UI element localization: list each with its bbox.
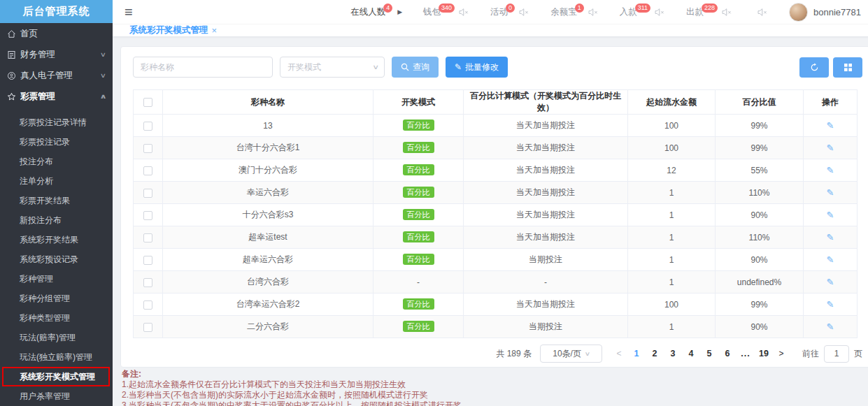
page-number-button[interactable]: 3 bbox=[664, 349, 682, 358]
start-amount-cell: 1 bbox=[628, 316, 716, 338]
mute-speaker-icon[interactable] bbox=[588, 8, 599, 17]
user-menu[interactable]: bonnie7781 bbox=[789, 3, 861, 22]
row-checkbox[interactable] bbox=[143, 300, 152, 310]
sidebar-item[interactable]: 系统彩预设记录 bbox=[0, 249, 113, 269]
edit-icon[interactable]: ✎ bbox=[827, 299, 834, 310]
mute-speaker-icon[interactable] bbox=[722, 8, 732, 17]
batch-edit-button[interactable]: ✎ 批量修改 bbox=[446, 57, 508, 78]
page-number-button[interactable]: 6 bbox=[718, 349, 737, 358]
mute-speaker-icon[interactable] bbox=[757, 8, 768, 17]
edit-icon[interactable]: ✎ bbox=[827, 120, 834, 131]
page-number-button[interactable]: 2 bbox=[646, 349, 664, 358]
draw-mode-select[interactable]: 开奖模式 ∨ bbox=[280, 57, 385, 78]
edit-icon[interactable]: ✎ bbox=[827, 210, 834, 220]
col-percent-value: 百分比值 bbox=[716, 90, 804, 115]
row-checkbox[interactable] bbox=[143, 144, 152, 153]
mode-badge: 百分比 bbox=[403, 321, 434, 332]
percent-cell: 99% bbox=[716, 137, 804, 159]
table-row: 幸运六合彩 百分比 当天加当期投注 1 110% ✎ bbox=[134, 182, 858, 204]
sidebar-item[interactable]: 彩票开奖结果 bbox=[0, 191, 113, 210]
menu-toggle-icon[interactable]: ≡ bbox=[124, 5, 133, 19]
sidebar-item-live-casino[interactable]: 真人电子管理 ∨ bbox=[0, 65, 113, 86]
calc-mode-cell: 当天加当期投注 bbox=[464, 182, 628, 204]
play-icon[interactable]: ▶ bbox=[397, 8, 402, 15]
sidebar-item-home[interactable]: 首页 bbox=[0, 23, 113, 44]
refresh-button[interactable] bbox=[799, 57, 829, 78]
sidebar-item[interactable]: 玩法(赔率)管理 bbox=[0, 328, 113, 347]
row-checkbox[interactable] bbox=[143, 233, 152, 242]
table-row: 超幸运六合彩 百分比 当期投注 1 90% ✎ bbox=[134, 249, 858, 271]
lottery-name-cell: 澳门十分六合彩 bbox=[163, 159, 373, 182]
row-checkbox[interactable] bbox=[143, 323, 152, 332]
mode-badge: 百分比 bbox=[403, 119, 434, 131]
edit-icon[interactable]: ✎ bbox=[827, 143, 834, 153]
chevron-down-icon: ∨ bbox=[100, 51, 106, 58]
lottery-name-cell: 幸运六合彩 bbox=[163, 182, 373, 204]
table-header-row: 彩种名称 开奖模式 百分比计算模式（开奖模式为百分比时生效） 起始流水金额 百分… bbox=[134, 90, 858, 115]
user-avatar[interactable] bbox=[789, 3, 808, 22]
edit-icon[interactable]: ✎ bbox=[827, 232, 834, 242]
sidebar-item[interactable]: 彩种管理 bbox=[0, 269, 113, 289]
chevron-up-icon: ∧ bbox=[99, 93, 106, 100]
sidebar-item-lottery-management[interactable]: 彩票管理 ∧ bbox=[0, 86, 113, 107]
sidebar-item[interactable]: 彩票投注记录 bbox=[0, 132, 113, 152]
mute-speaker-icon[interactable] bbox=[655, 8, 665, 17]
calc-mode-cell: 当天加当期投注 bbox=[464, 226, 628, 249]
lottery-name-cell: 超幸运六合彩 bbox=[163, 249, 373, 271]
stat-activity[interactable]: 活动 0 bbox=[490, 0, 529, 24]
sidebar-item[interactable]: 注单分析 bbox=[0, 171, 113, 191]
pagination: 共 189 条 10条/页 ∨ < 1 2 3 4 5 6 ... 19 > bbox=[133, 345, 862, 363]
goto-page-input[interactable] bbox=[824, 345, 849, 363]
page-number-button[interactable]: 1 bbox=[627, 349, 646, 358]
sidebar-item-label: 彩票管理 bbox=[20, 91, 55, 103]
search-button[interactable]: 查询 bbox=[392, 57, 439, 78]
stat-withdrawal[interactable]: 出款 228 bbox=[686, 0, 732, 24]
edit-icon[interactable]: ✎ bbox=[827, 187, 834, 198]
edit-icon[interactable]: ✎ bbox=[827, 165, 834, 175]
edit-icon[interactable]: ✎ bbox=[827, 321, 834, 332]
start-amount-cell: 1 bbox=[628, 271, 716, 293]
mode-badge: 百分比 bbox=[403, 254, 434, 265]
sidebar-item[interactable]: 系统彩开奖结果 bbox=[0, 230, 113, 249]
sidebar-item-label: 彩票开奖结果 bbox=[20, 195, 70, 207]
next-page-button[interactable]: > bbox=[773, 349, 790, 358]
close-icon[interactable]: × bbox=[212, 25, 218, 36]
calc-mode-cell: 当天加当期投注 bbox=[464, 159, 628, 182]
stat-wallet[interactable]: 钱包 340 bbox=[423, 0, 469, 24]
edit-icon[interactable]: ✎ bbox=[827, 277, 834, 287]
page-number-button[interactable]: 19 bbox=[755, 349, 773, 358]
sidebar-item[interactable]: 投注分布 bbox=[0, 152, 113, 171]
row-checkbox[interactable] bbox=[143, 166, 152, 175]
user-circle-icon bbox=[7, 71, 20, 80]
row-checkbox[interactable] bbox=[143, 256, 152, 265]
sidebar-item-active[interactable]: 系统彩开奖模式管理 bbox=[0, 367, 113, 386]
select-all-checkbox[interactable] bbox=[143, 98, 152, 107]
sidebar-item[interactable]: 玩法(独立赔率)管理 bbox=[0, 347, 113, 367]
lottery-name-input[interactable] bbox=[133, 57, 273, 78]
page-ellipsis[interactable]: ... bbox=[737, 349, 755, 358]
page-number-button[interactable]: 4 bbox=[682, 349, 700, 358]
sidebar-item[interactable]: 彩种类型管理 bbox=[0, 308, 113, 328]
sidebar-item[interactable]: 彩票投注记录详情 bbox=[0, 113, 113, 132]
sidebar-item[interactable]: 用户杀率管理 bbox=[0, 386, 113, 406]
row-checkbox[interactable] bbox=[143, 278, 152, 287]
sidebar-item-finance[interactable]: 财务管理 ∨ bbox=[0, 44, 113, 65]
tab-system-lottery-draw-mode[interactable]: 系统彩开奖模式管理 × bbox=[129, 24, 217, 36]
stat-deposit[interactable]: 入款 311 bbox=[620, 0, 665, 24]
edit-icon[interactable]: ✎ bbox=[827, 254, 834, 265]
sidebar-item-label: 系统彩开奖模式管理 bbox=[20, 371, 95, 383]
row-checkbox[interactable] bbox=[143, 211, 152, 220]
page-number-button[interactable]: 5 bbox=[700, 349, 718, 358]
row-checkbox[interactable] bbox=[143, 122, 152, 131]
prev-page-button[interactable]: < bbox=[611, 349, 627, 358]
row-checkbox[interactable] bbox=[143, 189, 152, 198]
stat-yuebao[interactable]: 余额宝 1 bbox=[550, 0, 599, 24]
stat-online-users[interactable]: 在线人数 4 ▶ bbox=[350, 0, 402, 24]
grid-view-button[interactable] bbox=[833, 57, 862, 78]
topbar: ≡ 在线人数 4 ▶ 钱包 340 活动 0 余额宝 1 bbox=[113, 0, 868, 24]
mute-speaker-icon[interactable] bbox=[519, 8, 529, 17]
sidebar-item[interactable]: 彩种分组管理 bbox=[0, 289, 113, 308]
page-size-select[interactable]: 10条/页 ∨ bbox=[540, 345, 602, 363]
sidebar-item[interactable]: 新投注分布 bbox=[0, 210, 113, 230]
mute-speaker-icon[interactable] bbox=[459, 8, 469, 17]
